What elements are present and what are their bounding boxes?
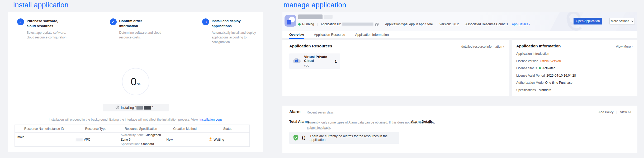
step3-number-badge: 3 bbox=[202, 18, 209, 25]
application-information-card: Application Information View More › Appl… bbox=[512, 40, 637, 96]
table-header-row: Resource Name/Instance ID Resource Type … bbox=[15, 125, 249, 133]
installing-status-pill: Installing "" .. bbox=[103, 104, 169, 111]
app-info-heading: Application Information bbox=[516, 44, 561, 48]
install-stepper: ✓ Purchase software,cloud resources Sele… bbox=[17, 18, 255, 45]
redacted-app-name-part bbox=[136, 106, 143, 110]
col-header-name: Resource Name/Instance ID bbox=[15, 125, 73, 132]
step3-desc: Automatically install and deploy applica… bbox=[212, 30, 258, 45]
view-more-link[interactable]: View More › bbox=[616, 45, 633, 48]
copy-icon[interactable] bbox=[375, 23, 378, 26]
application-resources-card: Application Resources detailed resource … bbox=[282, 40, 509, 96]
no-alarms-banner: 0 There are currently no alarms for the … bbox=[289, 132, 399, 144]
no-alarms-text: There are currently no alarms for the re… bbox=[310, 134, 395, 142]
step-connector bbox=[76, 22, 106, 45]
app-tabs: Overview Application Resource Applicatio… bbox=[282, 31, 637, 39]
alarm-card: Alarm Recent seven days Add Policy View … bbox=[282, 106, 637, 153]
vpc-resource-count: 1 bbox=[335, 59, 337, 63]
alarm-details-heading: Alarm Details bbox=[411, 120, 433, 124]
resources-heading: Application Resources bbox=[289, 44, 332, 48]
page-title-install: install application bbox=[13, 1, 68, 9]
installation-logs-link[interactable]: Installation Logs bbox=[200, 118, 222, 121]
col-header-spec: Resource Specification bbox=[118, 125, 164, 132]
redacted-app-name-part bbox=[144, 106, 151, 110]
step2-check-icon: ✓ bbox=[110, 18, 117, 25]
resource-type: VPC bbox=[84, 138, 90, 141]
status-badge: Waiting bbox=[209, 137, 247, 142]
field-license-status: License StatusActivated bbox=[516, 66, 634, 70]
field-authorization-mode: Authorization ModeOne-time Purchase bbox=[516, 81, 634, 85]
spec-value: Standard bbox=[141, 142, 154, 146]
app-meta-row: Running Application ID: Application type… bbox=[298, 22, 530, 26]
version-text: Version: 0.0.2 bbox=[439, 22, 459, 26]
step-confirm: ✓ Confirm orderinformation Determine sof… bbox=[110, 18, 167, 45]
chevron-down-icon bbox=[631, 19, 633, 23]
redacted-app-name bbox=[298, 14, 323, 19]
progress-value: 0 bbox=[131, 76, 136, 88]
col-header-creation: Creation Method bbox=[164, 125, 206, 132]
installing-text-suffix: " .. bbox=[151, 106, 155, 110]
col-header-status: Status bbox=[206, 125, 249, 132]
step-install: 3 Install and deployapplications Automat… bbox=[202, 18, 255, 45]
step1-check-icon: ✓ bbox=[17, 18, 24, 25]
col-header-type: Resource Type bbox=[73, 125, 118, 132]
page-title-manage: manage application bbox=[283, 1, 346, 9]
total-alarms-label: Total Alarms bbox=[289, 120, 310, 124]
shield-check-icon bbox=[293, 135, 299, 142]
resource-name: main bbox=[17, 135, 71, 140]
vertical-divider bbox=[404, 121, 404, 153]
alarm-heading: Alarm bbox=[289, 109, 301, 114]
app-id-label: Application ID: bbox=[321, 22, 341, 26]
chevron-right-icon: › bbox=[529, 22, 530, 26]
status-text: Waiting bbox=[214, 138, 224, 141]
install-card: ✓ Purchase software,cloud resources Sele… bbox=[8, 12, 263, 152]
redacted-app-id bbox=[342, 23, 373, 26]
tab-application-resource[interactable]: Application Resource bbox=[314, 31, 345, 38]
vpc-cloud-icon bbox=[292, 57, 301, 65]
spec-label: Specifications bbox=[121, 142, 140, 146]
vpc-tile-subtitle: vpc bbox=[304, 64, 337, 67]
step-connector bbox=[169, 22, 199, 45]
chevron-right-icon: › bbox=[632, 45, 633, 48]
install-application-panel: install application ✓ Purchase software,… bbox=[8, 1, 263, 158]
field-license-version: License versionOfficial Version bbox=[516, 59, 634, 63]
view-all-link[interactable]: View All bbox=[620, 110, 631, 114]
step3-title: Install and deployapplications bbox=[212, 18, 258, 28]
more-actions-button[interactable]: More Actions bbox=[609, 18, 635, 24]
vpc-tile-title: Virtual Private Cloud bbox=[304, 55, 333, 63]
alarm-period-text: Recent seven days bbox=[307, 111, 334, 114]
redacted-app-name bbox=[324, 15, 333, 19]
field-application-introduction: Application Introduction- bbox=[516, 52, 634, 56]
chevron-right-icon: › bbox=[503, 45, 504, 48]
resource-table: Resource Name/Instance ID Resource Type … bbox=[15, 125, 250, 147]
running-status-text: Running bbox=[302, 22, 314, 26]
vpc-resource-tile[interactable]: Virtual Private Cloud 1 vpc bbox=[289, 53, 340, 69]
install-progress-ring: 0 % bbox=[122, 68, 149, 95]
step-purchase: ✓ Purchase software,cloud resources Sele… bbox=[17, 18, 75, 45]
progress-unit: % bbox=[137, 82, 140, 86]
app-header-banner: Running Application ID: Application type… bbox=[282, 12, 637, 39]
app-icon bbox=[285, 15, 296, 27]
step2-desc: Determine software and cloud resource co… bbox=[119, 30, 166, 40]
detailed-resource-info-link[interactable]: detailed resource information › bbox=[461, 45, 504, 48]
app-type-text: Application type: App in App Store bbox=[385, 22, 433, 26]
installing-text-prefix: Installing " bbox=[121, 106, 136, 110]
open-application-button[interactable]: Open Application bbox=[574, 18, 602, 24]
field-specifications: Specificationsstandard bbox=[516, 88, 634, 92]
app-details-link[interactable]: App Details › bbox=[512, 22, 530, 26]
creation-method: New bbox=[167, 137, 203, 142]
activated-status-dot bbox=[539, 67, 541, 69]
resource-id: - bbox=[17, 140, 71, 144]
tab-application-information[interactable]: Application Information bbox=[355, 31, 389, 38]
background-install-note: Installation will proceed in the backgro… bbox=[8, 118, 263, 121]
clock-icon bbox=[209, 137, 212, 142]
info-icon bbox=[116, 106, 119, 110]
step1-desc: Select appropriate software, cloud resou… bbox=[27, 30, 73, 40]
az-label: Availability Zone bbox=[121, 133, 144, 137]
step1-title: Purchase software,cloud resources bbox=[27, 18, 73, 28]
tab-overview[interactable]: Overview bbox=[289, 31, 304, 38]
running-status-dot bbox=[298, 23, 301, 26]
add-policy-link[interactable]: Add Policy bbox=[598, 110, 613, 114]
manage-application-panel: manage application bbox=[282, 1, 637, 158]
field-license-valid-period: License Valid Period2025-04-10 16:04:28 bbox=[516, 74, 634, 77]
submit-feedback-link[interactable]: submit feedback bbox=[307, 126, 330, 130]
